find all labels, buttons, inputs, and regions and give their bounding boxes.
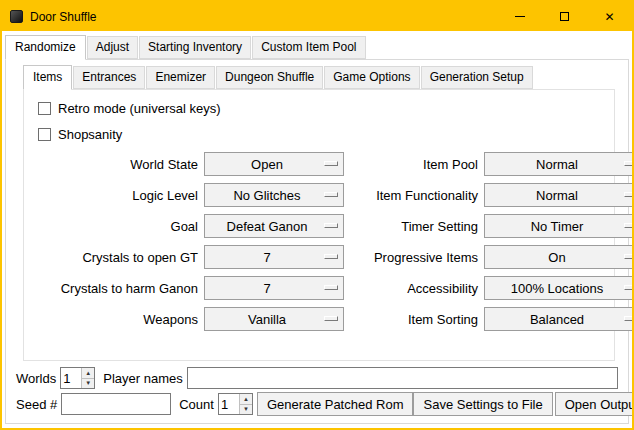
spinner-down-icon[interactable]: ▼ bbox=[82, 379, 94, 389]
spinner-up-icon[interactable]: ▲ bbox=[82, 368, 94, 379]
count-input[interactable] bbox=[219, 394, 239, 414]
window-controls: ✕ bbox=[497, 2, 632, 31]
goal-value: Defeat Ganon bbox=[227, 219, 308, 234]
randomize-pane: Items Entrances Enemizer Dungeon Shuffle… bbox=[5, 59, 629, 424]
logic-level-dropdown[interactable]: No Glitches bbox=[204, 183, 344, 207]
tab-entrances[interactable]: Entrances bbox=[73, 66, 145, 89]
dropdown-indicator-icon bbox=[324, 254, 338, 259]
close-button[interactable]: ✕ bbox=[587, 2, 632, 31]
minimize-icon bbox=[515, 16, 525, 17]
count-label: Count bbox=[179, 397, 214, 412]
crystals-harm-ganon-label: Crystals to harm Ganon bbox=[30, 281, 198, 296]
count-spinner: ▲ ▼ bbox=[218, 393, 253, 415]
weapons-label: Weapons bbox=[30, 312, 198, 327]
retro-mode-label: Retro mode (universal keys) bbox=[58, 101, 221, 116]
progressive-items-label: Progressive Items bbox=[350, 250, 478, 265]
tab-generation-setup[interactable]: Generation Setup bbox=[421, 66, 533, 89]
item-functionality-dropdown[interactable]: Normal bbox=[484, 183, 634, 207]
accessibility-label: Accessibility bbox=[350, 281, 478, 296]
logic-level-label: Logic Level bbox=[30, 188, 198, 203]
dropdown-indicator-icon bbox=[624, 285, 634, 290]
items-pane: Retro mode (universal keys) Shopsanity W… bbox=[23, 89, 615, 361]
settings-form: World State Open Item Pool Normal Logic … bbox=[30, 152, 610, 331]
accessibility-dropdown[interactable]: 100% Locations bbox=[484, 276, 634, 300]
tab-dungeon-shuffle[interactable]: Dungeon Shuffle bbox=[216, 66, 323, 89]
worlds-spinner-arrows: ▲ ▼ bbox=[81, 368, 94, 388]
logic-level-value: No Glitches bbox=[233, 188, 300, 203]
dropdown-indicator-icon bbox=[624, 254, 634, 259]
tab-items[interactable]: Items bbox=[23, 65, 72, 90]
titlebar[interactable]: Door Shuffle ✕ bbox=[2, 2, 632, 31]
item-pool-value: Normal bbox=[536, 157, 578, 172]
spinner-up-icon[interactable]: ▲ bbox=[240, 394, 252, 405]
dropdown-indicator-icon bbox=[324, 161, 338, 166]
item-sorting-dropdown[interactable]: Balanced bbox=[484, 307, 634, 331]
shopsanity-row: Shopsanity bbox=[38, 126, 610, 142]
dropdown-indicator-icon bbox=[324, 192, 338, 197]
worlds-row: Worlds ▲ ▼ Player names bbox=[16, 367, 618, 389]
dropdown-indicator-icon bbox=[324, 285, 338, 290]
minimize-button[interactable] bbox=[497, 2, 542, 31]
main-tabbar: Randomize Adjust Starting Inventory Cust… bbox=[5, 35, 629, 59]
world-state-value: Open bbox=[251, 157, 283, 172]
sub-tabbar: Items Entrances Enemizer Dungeon Shuffle… bbox=[23, 65, 623, 89]
tab-game-options[interactable]: Game Options bbox=[324, 66, 419, 89]
timer-setting-dropdown[interactable]: No Timer bbox=[484, 214, 634, 238]
worlds-label: Worlds bbox=[16, 371, 56, 386]
app-icon bbox=[10, 10, 23, 23]
crystals-open-gt-dropdown[interactable]: 7 bbox=[204, 245, 344, 269]
generate-patched-rom-button[interactable]: Generate Patched Rom bbox=[257, 392, 414, 416]
crystals-open-gt-value: 7 bbox=[263, 250, 270, 265]
item-sorting-label: Item Sorting bbox=[350, 312, 478, 327]
seed-label: Seed # bbox=[16, 397, 57, 412]
tab-starting-inventory[interactable]: Starting Inventory bbox=[139, 36, 251, 59]
count-spinner-arrows: ▲ ▼ bbox=[239, 394, 252, 414]
spinner-down-icon[interactable]: ▼ bbox=[240, 405, 252, 415]
world-state-label: World State bbox=[30, 157, 198, 172]
window-body: Randomize Adjust Starting Inventory Cust… bbox=[2, 31, 632, 428]
maximize-icon bbox=[560, 12, 569, 21]
shopsanity-label: Shopsanity bbox=[58, 127, 122, 142]
player-names-label: Player names bbox=[103, 371, 182, 386]
weapons-value: Vanilla bbox=[248, 312, 286, 327]
window-title: Door Shuffle bbox=[30, 10, 97, 24]
item-functionality-label: Item Functionality bbox=[350, 188, 478, 203]
timer-setting-label: Timer Setting bbox=[350, 219, 478, 234]
open-output-directory-button[interactable]: Open Output Directory bbox=[555, 392, 634, 416]
retro-mode-row: Retro mode (universal keys) bbox=[38, 100, 610, 116]
goal-dropdown[interactable]: Defeat Ganon bbox=[204, 214, 344, 238]
tab-randomize[interactable]: Randomize bbox=[5, 35, 86, 60]
dropdown-indicator-icon bbox=[624, 316, 634, 321]
shopsanity-checkbox[interactable] bbox=[38, 128, 51, 141]
crystals-open-gt-label: Crystals to open GT bbox=[30, 250, 198, 265]
door-shuffle-window: Door Shuffle ✕ Randomize Adjust Starting… bbox=[0, 0, 634, 430]
worlds-input[interactable] bbox=[61, 368, 81, 388]
dropdown-indicator-icon bbox=[624, 161, 634, 166]
item-pool-dropdown[interactable]: Normal bbox=[484, 152, 634, 176]
tab-custom-item-pool[interactable]: Custom Item Pool bbox=[252, 36, 365, 59]
dropdown-indicator-icon bbox=[624, 192, 634, 197]
item-pool-label: Item Pool bbox=[350, 157, 478, 172]
crystals-harm-ganon-dropdown[interactable]: 7 bbox=[204, 276, 344, 300]
tab-adjust[interactable]: Adjust bbox=[87, 36, 138, 59]
worlds-spinner: ▲ ▼ bbox=[60, 367, 95, 389]
crystals-harm-ganon-value: 7 bbox=[263, 281, 270, 296]
retro-mode-checkbox[interactable] bbox=[38, 102, 51, 115]
weapons-dropdown[interactable]: Vanilla bbox=[204, 307, 344, 331]
timer-setting-value: No Timer bbox=[531, 219, 584, 234]
dropdown-indicator-icon bbox=[324, 223, 338, 228]
progressive-items-value: On bbox=[548, 250, 565, 265]
seed-input[interactable] bbox=[61, 393, 171, 415]
progressive-items-dropdown[interactable]: On bbox=[484, 245, 634, 269]
maximize-button[interactable] bbox=[542, 2, 587, 31]
world-state-dropdown[interactable]: Open bbox=[204, 152, 344, 176]
seed-row: Seed # Count ▲ ▼ Generate Patched Rom Sa… bbox=[16, 392, 618, 416]
save-settings-button[interactable]: Save Settings to File bbox=[413, 392, 552, 416]
goal-label: Goal bbox=[30, 219, 198, 234]
item-sorting-value: Balanced bbox=[530, 312, 584, 327]
dropdown-indicator-icon bbox=[324, 316, 338, 321]
tab-enemizer[interactable]: Enemizer bbox=[146, 66, 215, 89]
accessibility-value: 100% Locations bbox=[511, 281, 604, 296]
player-names-input[interactable] bbox=[187, 367, 618, 389]
close-icon: ✕ bbox=[604, 11, 614, 23]
